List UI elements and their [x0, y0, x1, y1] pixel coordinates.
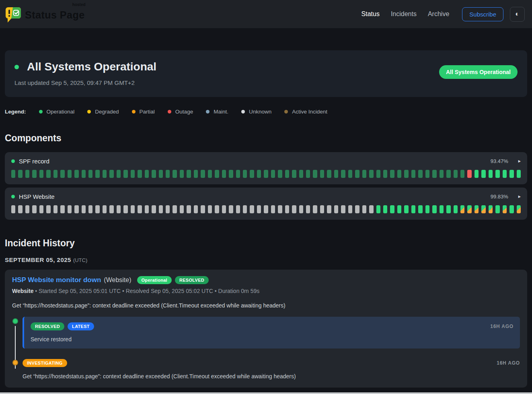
- uptime-bar: [383, 205, 387, 213]
- uptime-bar: [264, 205, 268, 213]
- uptime-bar: [299, 205, 303, 213]
- uptime-bar: [369, 170, 373, 178]
- timeline-node-icon: [12, 318, 18, 324]
- uptime-bar: [264, 170, 268, 178]
- status-dot-icon: [206, 110, 210, 113]
- uptime-bar: [341, 205, 345, 213]
- incident-status-badge: RESOLVED: [175, 276, 209, 284]
- update-body: INVESTIGATING16H AGOGet “https://hosteds…: [23, 358, 520, 380]
- incident-history-heading: Incident History: [5, 238, 527, 249]
- legend-item: Degraded: [87, 109, 119, 115]
- brand-superscript: hosted: [72, 2, 86, 7]
- uptime-bar: [503, 205, 507, 213]
- uptime-bar: [334, 170, 338, 178]
- uptime-bar: [440, 205, 444, 213]
- uptime-bar: [208, 170, 212, 178]
- uptime-bar: [250, 170, 254, 178]
- overall-status-title: All Systems Operational: [27, 60, 156, 73]
- uptime-bar: [39, 170, 43, 178]
- uptime-bar: [250, 205, 254, 213]
- uptime-bar: [222, 170, 226, 178]
- status-dot-icon: [132, 110, 136, 113]
- uptime-bar: [327, 170, 331, 178]
- uptime-bar: [320, 205, 324, 213]
- uptime-bar: [60, 170, 64, 178]
- uptime-bar: [123, 205, 127, 213]
- uptime-bar: [11, 205, 15, 213]
- uptime-bar: [432, 205, 436, 213]
- legend-label: Outage: [175, 109, 193, 115]
- uptime-bar: [194, 170, 198, 178]
- uptime-bar: [109, 205, 113, 213]
- uptime-bar: [123, 170, 127, 178]
- uptime-bar: [82, 205, 86, 213]
- uptime-bar: [25, 170, 29, 178]
- theme-toggle-button[interactable]: ◐: [510, 7, 525, 22]
- uptime-bar: [103, 205, 107, 213]
- incident-title-link[interactable]: HSP Website monitor down: [12, 276, 101, 284]
- uptime-bar: [222, 205, 226, 213]
- legend-label: Maint.: [214, 109, 228, 115]
- update-badges-row: RESOLVEDLATEST16H AGO: [31, 322, 514, 330]
- incident-title-row: HSP Website monitor down (Website) Opera…: [12, 276, 520, 284]
- component-card[interactable]: HSP Website99.83%▶: [5, 188, 527, 220]
- theme-contrast-icon: ◐: [515, 10, 519, 18]
- uptime-bar: [509, 205, 514, 213]
- component-card[interactable]: SPF record93.47%▶: [5, 152, 527, 184]
- uptime-bar: [173, 205, 177, 213]
- legend-item: Outage: [168, 109, 193, 115]
- nav-archive[interactable]: Archive: [428, 10, 449, 18]
- uptime-bar: [46, 170, 50, 178]
- nav-status[interactable]: Status: [362, 10, 380, 18]
- legend-item: Operational: [39, 109, 75, 115]
- uptime-bar: [397, 170, 401, 178]
- uptime-bar: [187, 170, 191, 178]
- incident-meta: Website • Started Sep 05, 2025 05:01 UTC…: [12, 288, 520, 294]
- uptime-bar: [88, 205, 92, 213]
- uptime-bar: [517, 170, 521, 178]
- uptime-bar: [446, 205, 450, 213]
- expand-arrow-icon[interactable]: ▶: [518, 159, 521, 163]
- legend-item: Partial: [132, 109, 155, 115]
- uptime-bar: [229, 205, 233, 213]
- uptime-bar: [306, 170, 310, 178]
- overall-status-card: All Systems Operational Last updated Sep…: [5, 50, 527, 97]
- update-body: RESOLVEDLATEST16H AGOService restored: [23, 317, 520, 349]
- subscribe-button[interactable]: Subscribe: [462, 7, 503, 21]
- last-updated-text: Last updated Sep 5, 2025, 09:47 PM GMT+2: [14, 79, 156, 86]
- uptime-bar: [376, 170, 380, 178]
- update-time: 16H AGO: [497, 360, 520, 366]
- uptime-bar: [88, 170, 92, 178]
- uptime-bar: [257, 205, 261, 213]
- component-uptime: 99.83%: [491, 194, 508, 200]
- uptime-bar: [173, 170, 177, 178]
- incident-date-text: SEPTEMBER 05, 2025: [5, 256, 71, 263]
- status-dot-icon: [168, 110, 171, 113]
- component-name: SPF record: [19, 158, 49, 165]
- uptime-bar: [131, 170, 135, 178]
- components-list: SPF record93.47%▶HSP Website99.83%▶: [5, 152, 527, 220]
- uptime-bar: [509, 170, 514, 178]
- uptime-bar: [348, 170, 352, 178]
- uptime-bar: [285, 170, 289, 178]
- legend: Legend: OperationalDegradedPartialOutage…: [5, 109, 527, 115]
- uptime-bar: [278, 170, 282, 178]
- uptime-bar: [278, 205, 282, 213]
- update-status-badge: RESOLVED: [31, 322, 64, 330]
- uptime-bar: [489, 205, 493, 213]
- update-text: Service restored: [31, 336, 514, 342]
- brand-logo[interactable]: Status Page hosted: [5, 5, 85, 23]
- status-page-logo-icon: [5, 6, 21, 23]
- uptime-bar: [117, 170, 121, 178]
- uptime-bar: [495, 205, 499, 213]
- uptime-bar: [95, 205, 99, 213]
- uptime-bar: [376, 205, 380, 213]
- uptime-bar: [432, 170, 436, 178]
- expand-arrow-icon[interactable]: ▶: [518, 195, 521, 198]
- uptime-bar: [320, 170, 324, 178]
- uptime-bar: [299, 170, 303, 178]
- update-badges-row: INVESTIGATING16H AGO: [23, 359, 520, 367]
- nav-incidents[interactable]: Incidents: [391, 10, 417, 18]
- uptime-bar: [215, 205, 219, 213]
- legend-item: Unknown: [241, 109, 271, 115]
